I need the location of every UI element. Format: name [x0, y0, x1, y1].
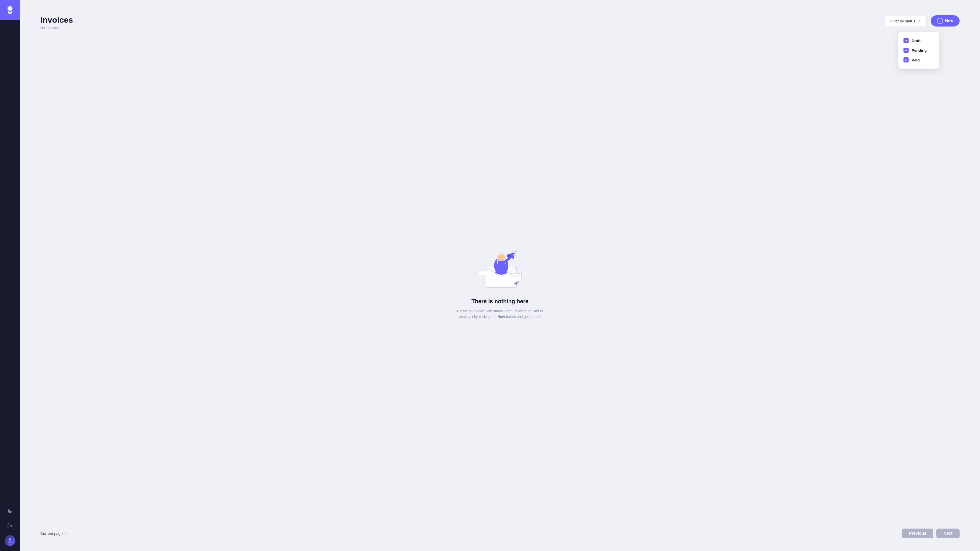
- sidebar-logo[interactable]: [0, 0, 20, 20]
- theme-toggle-button[interactable]: [5, 506, 15, 516]
- paid-checkbox[interactable]: [904, 57, 908, 62]
- draft-label: Draft: [912, 38, 921, 43]
- page-subtitle: No invoices: [40, 26, 73, 30]
- page-title-section: Invoices No invoices: [40, 15, 73, 30]
- pending-checkbox[interactable]: [904, 48, 908, 53]
- new-invoice-button[interactable]: + New: [931, 15, 959, 27]
- page-header: Invoices No invoices Filter by status + …: [40, 15, 959, 30]
- check-icon: [905, 49, 908, 52]
- logo-icon: [5, 5, 15, 15]
- main-content: Invoices No invoices Filter by status + …: [20, 0, 980, 551]
- filter-status-button[interactable]: Filter by status: [885, 16, 927, 26]
- empty-state-title: There is nothing here: [471, 298, 528, 305]
- sidebar-bottom: [5, 506, 15, 551]
- filter-option-draft[interactable]: Draft: [904, 36, 934, 45]
- user-avatar[interactable]: [5, 535, 15, 546]
- pending-label: Pending: [912, 48, 927, 52]
- filter-option-paid[interactable]: Paid: [904, 56, 934, 65]
- empty-desc-keyword: New: [498, 314, 505, 319]
- chevron-up-icon: [917, 19, 921, 23]
- empty-illustration: [474, 244, 525, 290]
- new-button-label: New: [945, 19, 953, 23]
- svg-point-11: [515, 251, 516, 252]
- next-button[interactable]: Next: [936, 529, 959, 538]
- empty-state: There is nothing here Create an invoice …: [40, 40, 959, 524]
- logout-icon: [7, 523, 13, 529]
- pagination-buttons: Previous Next: [902, 529, 959, 538]
- draft-checkbox[interactable]: [904, 38, 908, 43]
- moon-icon: [7, 508, 13, 514]
- empty-state-description: Create an invoice with status Draft, Pen…: [457, 308, 543, 320]
- page-title: Invoices: [40, 15, 73, 25]
- current-page-label: Current page: 1: [40, 531, 67, 536]
- paid-label: Paid: [912, 58, 920, 62]
- content-area: Invoices No invoices Filter by status + …: [20, 0, 980, 551]
- check-icon: [905, 39, 908, 42]
- pagination: Current page: 1 Previous Next: [40, 524, 959, 541]
- check-icon: [905, 59, 908, 62]
- sidebar: [0, 0, 20, 551]
- filter-dropdown: Draft Pending Paid: [898, 32, 939, 68]
- svg-point-3: [9, 538, 11, 540]
- avatar-icon: [6, 537, 13, 544]
- svg-point-12: [515, 255, 516, 256]
- filter-option-pending[interactable]: Pending: [904, 46, 934, 55]
- svg-point-9: [507, 254, 511, 257]
- plus-icon: +: [937, 18, 943, 24]
- previous-button[interactable]: Previous: [902, 529, 934, 538]
- header-controls: Filter by status + New: [885, 15, 959, 27]
- filter-label: Filter by status: [891, 19, 915, 23]
- empty-desc-suffix: button and get started: [505, 314, 541, 319]
- svg-point-10: [513, 253, 515, 254]
- empty-state-svg: [474, 244, 525, 290]
- logout-button[interactable]: [5, 521, 15, 531]
